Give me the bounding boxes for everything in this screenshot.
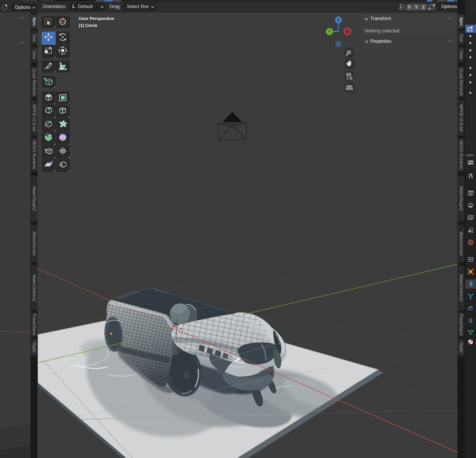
svg-text:Y: Y: [328, 30, 331, 34]
svg-text:Z: Z: [337, 18, 340, 22]
